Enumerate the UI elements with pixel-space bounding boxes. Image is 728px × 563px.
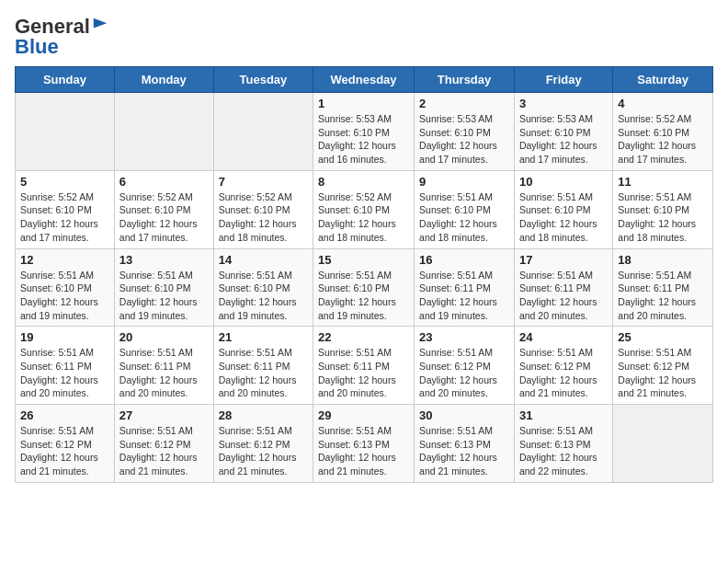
day-info: Sunrise: 5:51 AM Sunset: 6:12 PM Dayligh… xyxy=(618,346,708,400)
day-info: Sunrise: 5:51 AM Sunset: 6:10 PM Dayligh… xyxy=(519,190,608,245)
day-info: Sunrise: 5:51 AM Sunset: 6:11 PM Dayligh… xyxy=(20,346,109,400)
calendar-table: SundayMondayTuesdayWednesdayThursdayFrid… xyxy=(15,66,713,483)
day-info: Sunrise: 5:52 AM Sunset: 6:10 PM Dayligh… xyxy=(219,190,308,245)
day-info: Sunrise: 5:51 AM Sunset: 6:10 PM Dayligh… xyxy=(219,269,308,323)
calendar-week-row: 26Sunrise: 5:51 AM Sunset: 6:12 PM Dayli… xyxy=(16,405,713,483)
day-number: 22 xyxy=(318,330,409,344)
day-of-week-header: Friday xyxy=(514,67,612,93)
day-number: 7 xyxy=(219,175,308,189)
calendar-cell: 3Sunrise: 5:53 AM Sunset: 6:10 PM Daylig… xyxy=(514,93,612,171)
day-number: 5 xyxy=(20,175,109,189)
day-of-week-header: Tuesday xyxy=(213,67,313,93)
day-info: Sunrise: 5:51 AM Sunset: 6:13 PM Dayligh… xyxy=(419,424,509,478)
calendar-cell: 17Sunrise: 5:51 AM Sunset: 6:11 PM Dayli… xyxy=(514,248,612,327)
calendar-cell: 28Sunrise: 5:51 AM Sunset: 6:12 PM Dayli… xyxy=(213,405,313,483)
day-number: 24 xyxy=(519,330,608,344)
calendar-cell: 31Sunrise: 5:51 AM Sunset: 6:13 PM Dayli… xyxy=(514,405,612,483)
calendar-cell: 4Sunrise: 5:52 AM Sunset: 6:10 PM Daylig… xyxy=(613,93,713,171)
calendar-cell: 11Sunrise: 5:51 AM Sunset: 6:10 PM Dayli… xyxy=(613,170,713,248)
calendar-cell xyxy=(613,405,713,483)
day-info: Sunrise: 5:52 AM Sunset: 6:10 PM Dayligh… xyxy=(119,190,209,245)
day-number: 12 xyxy=(20,253,109,267)
calendar-cell xyxy=(114,93,213,171)
day-info: Sunrise: 5:51 AM Sunset: 6:13 PM Dayligh… xyxy=(519,424,608,478)
day-info: Sunrise: 5:51 AM Sunset: 6:12 PM Dayligh… xyxy=(419,346,509,400)
day-info: Sunrise: 5:51 AM Sunset: 6:12 PM Dayligh… xyxy=(519,346,608,400)
logo-flag-icon xyxy=(92,17,108,33)
calendar-cell: 21Sunrise: 5:51 AM Sunset: 6:11 PM Dayli… xyxy=(213,327,313,405)
day-number: 21 xyxy=(219,330,308,344)
calendar-cell: 5Sunrise: 5:52 AM Sunset: 6:10 PM Daylig… xyxy=(16,170,115,248)
day-info: Sunrise: 5:53 AM Sunset: 6:10 PM Dayligh… xyxy=(519,112,608,167)
calendar-cell: 2Sunrise: 5:53 AM Sunset: 6:10 PM Daylig… xyxy=(415,93,515,171)
page-header: General Blue xyxy=(15,15,713,59)
day-number: 6 xyxy=(119,175,209,189)
day-number: 25 xyxy=(618,330,708,344)
calendar-cell: 13Sunrise: 5:51 AM Sunset: 6:10 PM Dayli… xyxy=(114,248,213,327)
day-number: 8 xyxy=(318,175,409,189)
day-number: 29 xyxy=(318,408,409,422)
day-number: 11 xyxy=(618,175,708,189)
calendar-cell: 15Sunrise: 5:51 AM Sunset: 6:10 PM Dayli… xyxy=(313,248,415,327)
day-of-week-header: Wednesday xyxy=(313,67,415,93)
day-info: Sunrise: 5:51 AM Sunset: 6:11 PM Dayligh… xyxy=(618,269,708,323)
day-info: Sunrise: 5:51 AM Sunset: 6:11 PM Dayligh… xyxy=(519,269,608,323)
day-info: Sunrise: 5:51 AM Sunset: 6:11 PM Dayligh… xyxy=(119,346,209,400)
calendar-cell: 29Sunrise: 5:51 AM Sunset: 6:13 PM Dayli… xyxy=(313,405,415,483)
day-info: Sunrise: 5:51 AM Sunset: 6:11 PM Dayligh… xyxy=(219,346,308,400)
day-info: Sunrise: 5:51 AM Sunset: 6:10 PM Dayligh… xyxy=(20,269,109,323)
day-info: Sunrise: 5:51 AM Sunset: 6:13 PM Dayligh… xyxy=(318,424,409,478)
day-info: Sunrise: 5:51 AM Sunset: 6:11 PM Dayligh… xyxy=(318,346,409,400)
day-number: 31 xyxy=(519,408,608,422)
svg-marker-0 xyxy=(94,18,107,29)
day-of-week-header: Thursday xyxy=(415,67,515,93)
logo: General Blue xyxy=(15,15,108,59)
calendar-cell: 10Sunrise: 5:51 AM Sunset: 6:10 PM Dayli… xyxy=(514,170,612,248)
day-info: Sunrise: 5:53 AM Sunset: 6:10 PM Dayligh… xyxy=(419,112,509,167)
day-number: 28 xyxy=(219,408,308,422)
day-number: 14 xyxy=(219,253,308,267)
calendar-week-row: 19Sunrise: 5:51 AM Sunset: 6:11 PM Dayli… xyxy=(16,327,713,405)
day-number: 20 xyxy=(119,330,209,344)
calendar-header-row: SundayMondayTuesdayWednesdayThursdayFrid… xyxy=(16,67,713,93)
calendar-cell xyxy=(16,93,115,171)
calendar-cell: 26Sunrise: 5:51 AM Sunset: 6:12 PM Dayli… xyxy=(16,405,115,483)
calendar-cell: 22Sunrise: 5:51 AM Sunset: 6:11 PM Dayli… xyxy=(313,327,415,405)
calendar-week-row: 5Sunrise: 5:52 AM Sunset: 6:10 PM Daylig… xyxy=(16,170,713,248)
calendar-week-row: 12Sunrise: 5:51 AM Sunset: 6:10 PM Dayli… xyxy=(16,248,713,327)
calendar-cell: 24Sunrise: 5:51 AM Sunset: 6:12 PM Dayli… xyxy=(514,327,612,405)
day-info: Sunrise: 5:51 AM Sunset: 6:10 PM Dayligh… xyxy=(119,269,209,323)
day-number: 27 xyxy=(119,408,209,422)
calendar-cell: 8Sunrise: 5:52 AM Sunset: 6:10 PM Daylig… xyxy=(313,170,415,248)
day-info: Sunrise: 5:52 AM Sunset: 6:10 PM Dayligh… xyxy=(20,190,109,245)
calendar-body: 1Sunrise: 5:53 AM Sunset: 6:10 PM Daylig… xyxy=(16,93,713,483)
day-number: 18 xyxy=(618,253,708,267)
day-number: 10 xyxy=(519,175,608,189)
calendar-cell: 19Sunrise: 5:51 AM Sunset: 6:11 PM Dayli… xyxy=(16,327,115,405)
day-of-week-header: Sunday xyxy=(16,67,115,93)
day-info: Sunrise: 5:52 AM Sunset: 6:10 PM Dayligh… xyxy=(618,112,708,167)
calendar-cell: 6Sunrise: 5:52 AM Sunset: 6:10 PM Daylig… xyxy=(114,170,213,248)
calendar-cell: 18Sunrise: 5:51 AM Sunset: 6:11 PM Dayli… xyxy=(613,248,713,327)
day-of-week-header: Saturday xyxy=(613,67,713,93)
day-number: 15 xyxy=(318,253,409,267)
day-info: Sunrise: 5:51 AM Sunset: 6:12 PM Dayligh… xyxy=(20,424,109,478)
day-number: 2 xyxy=(419,97,509,110)
calendar-cell: 1Sunrise: 5:53 AM Sunset: 6:10 PM Daylig… xyxy=(313,93,415,171)
calendar-cell: 20Sunrise: 5:51 AM Sunset: 6:11 PM Dayli… xyxy=(114,327,213,405)
calendar-cell: 16Sunrise: 5:51 AM Sunset: 6:11 PM Dayli… xyxy=(415,248,515,327)
day-number: 26 xyxy=(20,408,109,422)
day-number: 16 xyxy=(419,253,509,267)
day-number: 1 xyxy=(318,97,409,110)
calendar-cell: 12Sunrise: 5:51 AM Sunset: 6:10 PM Dayli… xyxy=(16,248,115,327)
day-number: 23 xyxy=(419,330,509,344)
calendar-week-row: 1Sunrise: 5:53 AM Sunset: 6:10 PM Daylig… xyxy=(16,93,713,171)
day-info: Sunrise: 5:51 AM Sunset: 6:10 PM Dayligh… xyxy=(318,269,409,323)
calendar-cell: 7Sunrise: 5:52 AM Sunset: 6:10 PM Daylig… xyxy=(213,170,313,248)
day-number: 3 xyxy=(519,97,608,110)
day-info: Sunrise: 5:51 AM Sunset: 6:11 PM Dayligh… xyxy=(419,269,509,323)
day-info: Sunrise: 5:53 AM Sunset: 6:10 PM Dayligh… xyxy=(318,112,409,167)
day-number: 30 xyxy=(419,408,509,422)
day-info: Sunrise: 5:51 AM Sunset: 6:10 PM Dayligh… xyxy=(419,190,509,245)
calendar-cell xyxy=(213,93,313,171)
